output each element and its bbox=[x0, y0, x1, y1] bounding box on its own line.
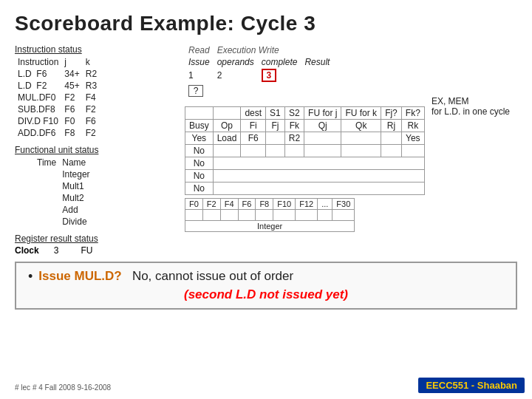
cell: Fk? bbox=[401, 107, 424, 120]
table-row: SUB.DF8 F6 F2 bbox=[15, 103, 100, 115]
cell: FU for k bbox=[341, 107, 381, 120]
cell bbox=[202, 210, 220, 221]
cell bbox=[273, 210, 296, 221]
reg-status-label: Register result status bbox=[15, 233, 170, 244]
cell bbox=[220, 210, 238, 221]
table-row: Add bbox=[15, 204, 93, 216]
cell bbox=[266, 145, 285, 157]
table-row: dest S1 S2 FU for j FU for k Fj? Fk? bbox=[185, 107, 425, 120]
bullet-dot: • bbox=[28, 269, 33, 284]
cell bbox=[241, 145, 266, 157]
cell: L.D F6 bbox=[15, 68, 61, 80]
cell: operands bbox=[214, 56, 258, 68]
cell: complete bbox=[258, 56, 301, 68]
cell: S1 bbox=[266, 107, 285, 120]
cell bbox=[213, 183, 424, 195]
clock-label: Clock bbox=[15, 245, 39, 256]
footer-note: # lec # 4 Fall 2008 9-16-2008 bbox=[15, 383, 111, 392]
cell: Name bbox=[59, 157, 92, 168]
cell: Qk bbox=[341, 120, 381, 132]
cell: Fj bbox=[266, 120, 285, 132]
cell: F10 bbox=[273, 199, 296, 210]
cell: Fk bbox=[284, 120, 304, 132]
cell: F4 bbox=[83, 92, 100, 103]
fu-label: FU bbox=[81, 245, 92, 256]
cell: dest bbox=[241, 107, 266, 120]
cell: Execution Write bbox=[214, 44, 301, 56]
cell bbox=[284, 145, 304, 157]
cell: F0 bbox=[61, 115, 82, 127]
cell: Fj? bbox=[381, 107, 402, 120]
cell bbox=[381, 132, 402, 145]
cell: Mult1 bbox=[59, 180, 92, 192]
clock-value: 3 bbox=[54, 245, 59, 256]
fu-table: Time Name Integer Mult1 Mult2 Add bbox=[15, 157, 93, 228]
cell: Qj bbox=[304, 120, 341, 132]
table-row: 1 2 3 bbox=[185, 68, 333, 83]
complete-box: 3 bbox=[262, 69, 276, 82]
instruction-table: Instruction j k L.D F6 34+ R2 L.D F2 45+… bbox=[15, 56, 100, 139]
cell: 34+ bbox=[61, 68, 82, 80]
table-row: Read Execution Write bbox=[185, 44, 333, 56]
cell: F8 bbox=[256, 199, 273, 210]
cell bbox=[301, 84, 333, 98]
cell: Rj bbox=[381, 120, 402, 132]
cell: Add bbox=[59, 204, 92, 216]
cell bbox=[15, 204, 59, 216]
col-instr: Instruction bbox=[15, 56, 61, 68]
table-row: No bbox=[185, 157, 425, 170]
cell bbox=[185, 210, 203, 221]
cell bbox=[185, 100, 333, 102]
cell: L.D F2 bbox=[15, 80, 61, 92]
cell: Time bbox=[15, 157, 59, 168]
cell: F4 bbox=[220, 199, 238, 210]
table-row: MUL.DF0 F2 F4 bbox=[15, 92, 100, 103]
cell: Fi bbox=[241, 120, 266, 132]
cell: Busy bbox=[185, 120, 214, 132]
cell: Rk bbox=[401, 120, 424, 132]
cell: ADD.DF6 bbox=[15, 127, 61, 139]
col-j: j bbox=[61, 56, 82, 68]
cell: S2 bbox=[284, 107, 304, 120]
cell bbox=[238, 210, 256, 221]
table-row: Instruction j k bbox=[15, 56, 100, 68]
cell bbox=[318, 210, 332, 221]
cell: No bbox=[185, 170, 214, 183]
table-row: Mult2 bbox=[15, 192, 93, 204]
cell: Mult2 bbox=[59, 192, 92, 204]
cell: Read bbox=[185, 44, 214, 56]
cell: Load bbox=[213, 132, 241, 145]
left-panel: Instruction status Instruction j k L.D F… bbox=[15, 44, 170, 257]
bullet-answer: No, cannot issue out of order bbox=[132, 269, 293, 283]
cell bbox=[341, 132, 381, 145]
cell bbox=[296, 210, 318, 221]
table-row: Busy Op Fi Fj Fk Qj Qk Rj Rk bbox=[185, 120, 425, 132]
bullet-text: Issue MUL.D? No, cannot issue out of ord… bbox=[38, 269, 293, 284]
cell: F6 bbox=[238, 199, 256, 210]
table-row: Yes Load F6 R2 Yes bbox=[185, 132, 425, 145]
bottom-section: • Issue MUL.D? No, cannot issue out of o… bbox=[15, 262, 517, 310]
scoreboard-table: Read Execution Write Issue operands comp… bbox=[185, 44, 333, 102]
table-row: No bbox=[185, 170, 425, 183]
question-box: ? bbox=[188, 85, 203, 97]
issue-highlight: Issue MUL.D? bbox=[38, 269, 121, 283]
table-row bbox=[185, 100, 333, 102]
annotation-line2: for L.D. in one cycle bbox=[432, 106, 510, 117]
table-row: Divide bbox=[15, 216, 93, 228]
cell: 2 bbox=[214, 68, 258, 83]
table-row: ? bbox=[185, 84, 333, 98]
reg-result-table: F0 F2 F4 F6 F8 F10 F12 ... F30 bbox=[185, 198, 355, 232]
cell: F8 bbox=[61, 127, 82, 139]
cell bbox=[213, 107, 241, 120]
cell: FU for j bbox=[304, 107, 341, 120]
cell: R2 bbox=[284, 132, 304, 145]
table-row: No bbox=[185, 145, 425, 157]
table-row: Time Name bbox=[15, 157, 93, 168]
table-row: Integer bbox=[15, 168, 93, 180]
cell: No bbox=[185, 145, 214, 157]
cell: Issue bbox=[185, 56, 214, 68]
table-row bbox=[185, 210, 355, 221]
cell: MUL.DF0 bbox=[15, 92, 61, 103]
fu-score-table: dest S1 S2 FU for j FU for k Fj? Fk? Bus… bbox=[185, 106, 425, 195]
cell: DIV.D F10 bbox=[15, 115, 61, 127]
